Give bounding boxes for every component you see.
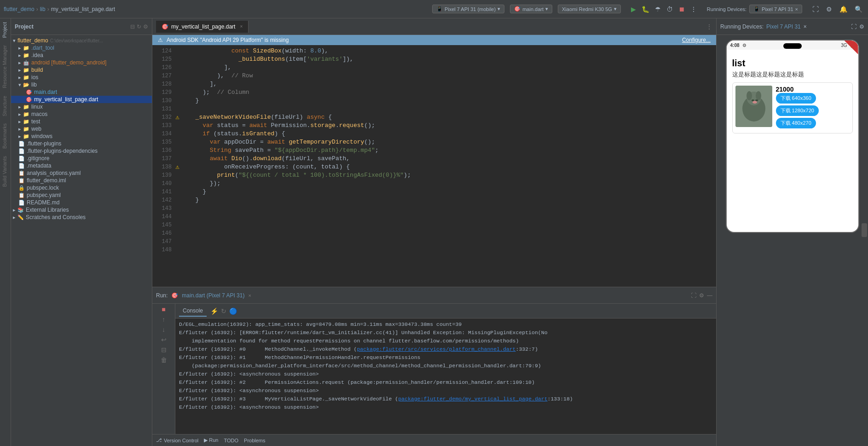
refresh-icon[interactable]: ↻ xyxy=(221,307,226,315)
expand-icon[interactable]: ⛶ xyxy=(810,5,821,14)
editor-tab-main[interactable]: 🎯 my_vertical_list_page.dart × xyxy=(156,21,249,33)
lightning-icon[interactable]: ⚡ xyxy=(210,307,218,315)
filter-icon[interactable]: ⊟ xyxy=(161,346,167,353)
tree-item-web[interactable]: ▸ 📁 web xyxy=(11,125,152,133)
collapse-icon[interactable]: ⊟ xyxy=(130,23,135,30)
phone-notch xyxy=(783,43,802,49)
sidebar-structure-label[interactable]: Structure xyxy=(0,92,11,120)
filter-icon2[interactable]: 🔵 xyxy=(229,307,237,315)
download-1280-button[interactable]: 下载 1280x720 xyxy=(776,105,819,116)
tree-item-ios[interactable]: ▸ 📁 ios xyxy=(11,74,152,81)
run-button[interactable]: ▶ xyxy=(629,5,638,14)
version-control-item[interactable]: ⎇ Version Control xyxy=(156,437,198,443)
expand-device-icon[interactable]: ⛶ xyxy=(851,23,856,30)
settings-icon[interactable]: ⚙ xyxy=(824,5,834,14)
gear-icon[interactable]: ⚙ xyxy=(143,23,148,30)
lib-dir[interactable]: lib xyxy=(40,6,46,12)
tree-item-flutter-plugins[interactable]: 📄 .flutter-plugins xyxy=(11,140,152,147)
tree-item-readme[interactable]: 📄 README.md xyxy=(11,199,152,206)
more-button[interactable]: ⋮ xyxy=(689,5,699,14)
run-file-label[interactable]: main.dart (Pixel 7 API 31) xyxy=(182,292,244,299)
configure-button[interactable]: Configure... xyxy=(682,37,711,43)
minimize-panel-icon[interactable]: — xyxy=(707,292,712,299)
current-file[interactable]: my_vertical_list_page.dart xyxy=(51,6,115,12)
editor-tab-label: my_vertical_list_page.dart xyxy=(171,23,235,30)
tree-item-metadata[interactable]: 📄 .metadata xyxy=(11,162,152,169)
code-line-138: onReceiveProgress: (count, total) { xyxy=(188,163,712,171)
link-vertical-list[interactable]: package:flutter_demo/my_vertical_list_pa… xyxy=(398,396,547,402)
tab-more-button[interactable]: ⋮ xyxy=(706,23,712,30)
sidebar-resource-label[interactable]: Resource Manager xyxy=(0,41,11,92)
chevron-down-icon3: ▾ xyxy=(614,6,617,12)
tree-item-gitignore[interactable]: 📄 .gitignore xyxy=(11,155,152,162)
link-platform-channel[interactable]: package:flutter/src/services/platform_ch… xyxy=(357,346,515,352)
stop-button[interactable]: ⏹ xyxy=(677,5,687,14)
sidebar-build-variants-label[interactable]: Build Variants xyxy=(0,152,11,191)
download-640-button[interactable]: 下载 640x360 xyxy=(776,93,816,104)
todo-item[interactable]: TODO xyxy=(224,438,238,443)
running-pixel-close[interactable]: × xyxy=(804,23,807,30)
tree-item-test[interactable]: ▸ 📁 test xyxy=(11,118,152,125)
tree-item-dart-tool[interactable]: ▸ 📁 .dart_tool xyxy=(11,44,152,52)
search-icon[interactable]: 🔍 xyxy=(853,5,864,14)
tree-item-android[interactable]: ▸ 🤖 android [flutter_demo_android] xyxy=(11,59,152,66)
tree-item-pubspec-lock[interactable]: 🔒 pubspec.lock xyxy=(11,184,152,191)
code-content[interactable]: const SizedBox(width: 8.0), _buildButton… xyxy=(185,45,716,287)
tree-item-iml[interactable]: 📋 flutter_demo.iml xyxy=(11,177,152,184)
run-item[interactable]: ▶ Run xyxy=(204,437,218,443)
tree-item-idea[interactable]: ▸ 📁 .idea xyxy=(11,52,152,59)
code-line-140: }); xyxy=(188,180,712,188)
debug-button[interactable]: 🐛 xyxy=(640,5,651,14)
chevron-down-icon2: ▾ xyxy=(545,6,548,12)
code-line-145 xyxy=(188,221,712,229)
tree-item-lib[interactable]: ▾ 📂 lib xyxy=(11,81,152,88)
breadcrumb: flutter_demo › lib › my_vertical_list_pa… xyxy=(4,6,115,12)
tree-item-windows[interactable]: ▸ 📁 windows xyxy=(11,133,152,140)
tree-item-external-libs[interactable]: ▸ 📚 External Libraries xyxy=(11,206,152,214)
run-controls: ▶ 🐛 ☂ ⏱ ⏹ ⋮ xyxy=(629,5,699,14)
entry-point-selector[interactable]: 🎯 main.dart ▾ xyxy=(510,5,552,13)
running-pixel-selector[interactable]: 📱 Pixel 7 API 31 × xyxy=(749,5,802,13)
device2-selector[interactable]: Xiaomi Redmi K30 5G ▾ xyxy=(558,5,621,13)
sidebar-project-label[interactable]: Project xyxy=(0,18,11,41)
clear-icon[interactable]: 🗑 xyxy=(161,356,167,364)
device-preview: 4:08 ⚙ 3G 🔋 list 这是标题这是标题这是标题 xyxy=(717,35,868,446)
running-pixel-label: Pixel 7 API 31 xyxy=(762,6,793,12)
tree-item-main-dart[interactable]: 🎯 main.dart xyxy=(11,88,152,96)
run-tab-close[interactable]: × xyxy=(248,293,251,298)
stop-button[interactable]: ■ xyxy=(162,306,165,313)
sidebar-bookmarks-label[interactable]: Bookmarks xyxy=(0,120,11,152)
settings-device-icon[interactable]: ⚙ xyxy=(859,23,864,30)
project-panel-header: Project ⊟ ↻ ⚙ xyxy=(11,18,152,35)
up-arrow-icon[interactable]: ↑ xyxy=(162,316,165,323)
notification-icon[interactable]: 🔔 xyxy=(838,5,849,14)
tree-item-vertical-list[interactable]: 🎯 my_vertical_list_page.dart xyxy=(11,96,152,103)
settings-panel-icon[interactable]: ⚙ xyxy=(699,292,704,299)
tree-item-analysis[interactable]: 📋 analysis_options.yaml xyxy=(11,169,152,177)
tree-item-pubspec-yaml[interactable]: 📋 pubspec.yaml xyxy=(11,191,152,199)
tree-item-root[interactable]: ▾ flutter_demo C:\dev\workspace\flutter.… xyxy=(11,37,152,44)
line-num-135: 135 xyxy=(152,138,172,146)
running-pixel-header[interactable]: Pixel 7 API 31 xyxy=(766,23,801,30)
profile-button[interactable]: ⏱ xyxy=(665,5,675,14)
wrap-icon[interactable]: ↩ xyxy=(161,336,167,343)
device-selector[interactable]: 📱 Pixel 7 API 31 (mobile) ▾ xyxy=(432,5,504,13)
problems-item[interactable]: Problems xyxy=(244,438,265,443)
tree-item-linux[interactable]: ▸ 📁 linux xyxy=(11,103,152,110)
yaml-icon: 📋 xyxy=(18,170,25,176)
download-480-button[interactable]: 下载 480x270 xyxy=(776,118,816,128)
close-icon[interactable]: × xyxy=(795,6,798,12)
tab-close-button[interactable]: × xyxy=(240,24,243,29)
project-name[interactable]: flutter_demo xyxy=(4,6,35,12)
editor-tab-bar: 🎯 my_vertical_list_page.dart × ⋮ xyxy=(152,18,716,35)
tree-item-flutter-plugins-deps[interactable]: 📄 .flutter-plugins-dependencies xyxy=(11,147,152,155)
tree-item-macos[interactable]: ▸ 📁 macos xyxy=(11,110,152,118)
console-tab[interactable]: Console xyxy=(179,306,207,317)
down-arrow-icon[interactable]: ↓ xyxy=(162,326,165,333)
expand-panel-icon[interactable]: ⛶ xyxy=(691,292,696,299)
tree-item-scratches[interactable]: ▸ ✏️ Scratches and Consoles xyxy=(11,214,152,221)
chevron-right-icon: ▸ xyxy=(18,45,21,51)
sync-icon[interactable]: ↻ xyxy=(137,23,141,30)
tree-item-build[interactable]: ▸ 📁 build xyxy=(11,66,152,74)
coverage-button[interactable]: ☂ xyxy=(653,5,663,14)
